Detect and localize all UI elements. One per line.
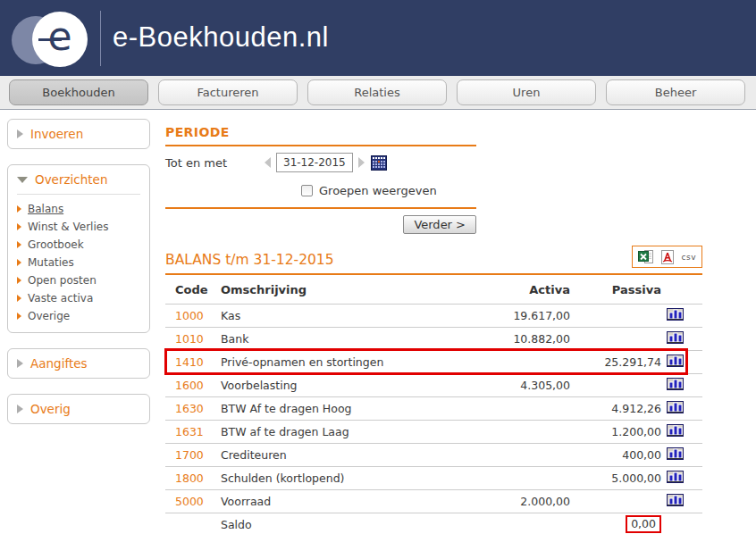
passiva-value: 1.200,00 [570, 425, 661, 438]
account-name: Schulden (kortlopend) [221, 471, 463, 485]
sidebar-item-aangiftes[interactable]: Aangiftes [17, 356, 140, 371]
account-code-link[interactable]: 1630 [175, 402, 204, 415]
sidebar: Invoeren Overzichten Balans Winst & Verl… [7, 119, 150, 534]
verder-button[interactable]: Verder > [403, 215, 476, 234]
previous-date-arrow[interactable] [265, 157, 271, 168]
sidebar-item-invoeren[interactable]: Invoeren [17, 127, 140, 141]
subitem-label: Open posten [28, 274, 97, 287]
account-code-link[interactable]: 1010 [175, 332, 204, 346]
account-code-link[interactable]: 5000 [175, 495, 204, 508]
subitem-label: Grootboek [28, 238, 84, 251]
chevron-right-icon [17, 313, 21, 320]
passiva-value: 5.000,00 [570, 471, 661, 485]
calendar-icon[interactable] [371, 155, 387, 171]
tab-uren[interactable]: Uren [457, 79, 596, 105]
sidebar-item-winst-verlies[interactable]: Winst & Verlies [17, 218, 140, 236]
column-header-code: Code [165, 283, 221, 296]
account-name: Voorbelasting [221, 379, 463, 392]
account-code-link[interactable]: 1700 [175, 448, 204, 462]
account-name: Crediteuren [221, 448, 463, 462]
saldo-label: Saldo [221, 518, 463, 531]
subitem-label: Mutaties [28, 256, 74, 269]
table-row: 1600 Voorbelasting 4.305,00 [165, 374, 702, 397]
account-code-link[interactable]: 1631 [175, 425, 204, 438]
chevron-right-icon [17, 359, 23, 368]
panel-label: Overig [30, 402, 71, 416]
passiva-value: 25.291,74 [570, 355, 661, 369]
panel-divider [17, 194, 140, 195]
pdf-export-icon[interactable] [660, 250, 675, 264]
tab-beheer[interactable]: Beheer [606, 79, 745, 105]
app-logo: e [12, 12, 101, 69]
sidebar-item-balans[interactable]: Balans [17, 200, 140, 218]
logo-letter: e [47, 13, 71, 59]
sidebar-item-grootboek[interactable]: Grootboek [17, 236, 140, 254]
account-code-link[interactable]: 1410 [175, 355, 204, 369]
subitem-label: Overige [28, 310, 70, 322]
subitem-label: Winst & Verlies [28, 221, 108, 233]
date-input[interactable] [276, 153, 353, 172]
panel-label: Invoeren [30, 127, 83, 141]
column-header-passiva: Passiva [570, 283, 661, 296]
account-name: Voorraad [221, 495, 463, 508]
logo-e-icon: e [32, 12, 88, 67]
panel-label: Aangiftes [30, 356, 88, 371]
sidebar-panel-overig: Overig [7, 394, 150, 424]
saldo-row: Saldo 0,00 [165, 513, 702, 534]
csv-export-button[interactable]: csv [682, 253, 696, 262]
tab-factureren[interactable]: Factureren [158, 79, 298, 105]
bar-chart-icon[interactable] [667, 424, 684, 437]
table-row-highlighted: 1410 Privé-opnamen en stortingen 25.291,… [165, 351, 702, 374]
account-name: Privé-opnamen en stortingen [221, 355, 463, 369]
tab-relaties[interactable]: Relaties [307, 79, 447, 105]
logo-crossbar [38, 38, 62, 41]
bar-chart-icon[interactable] [667, 308, 684, 321]
chevron-down-icon [17, 177, 28, 183]
bar-chart-icon[interactable] [667, 378, 684, 390]
balans-section: BALANS t/m 31-12-2015 [165, 246, 702, 534]
groepen-checkbox-label: Groepen weergeven [319, 184, 437, 197]
date-label: Tot en met [165, 156, 265, 170]
tab-boekhouden[interactable]: Boekhouden [9, 79, 148, 105]
column-header-activa: Activa [463, 283, 570, 296]
chevron-right-icon [17, 129, 23, 138]
account-name: BTW Af te dragen Hoog [221, 402, 463, 415]
table-row: 5000 Voorraad 2.000,00 [165, 490, 702, 513]
sidebar-item-open-posten[interactable]: Open posten [17, 271, 140, 289]
app-header: e e-Boekhouden.nl [0, 0, 756, 76]
excel-export-icon[interactable] [638, 250, 653, 264]
chevron-right-icon [17, 205, 21, 213]
saldo-value-highlighted: 0,00 [626, 515, 661, 533]
activa-value: 2.000,00 [463, 495, 570, 508]
sidebar-item-overige[interactable]: Overige [17, 307, 140, 325]
sidebar-item-mutaties[interactable]: Mutaties [17, 254, 140, 271]
activa-value: 19.617,00 [463, 309, 570, 322]
account-code-link[interactable]: 1600 [175, 379, 204, 392]
table-row: 1631 BTW af te dragen Laag 1.200,00 [165, 421, 702, 444]
bar-chart-icon[interactable] [667, 471, 684, 483]
activa-value: 10.882,00 [463, 332, 570, 346]
sidebar-item-overzichten[interactable]: Overzichten [17, 172, 140, 187]
bar-chart-icon[interactable] [667, 355, 684, 367]
bar-chart-icon[interactable] [667, 494, 684, 506]
bar-chart-icon[interactable] [667, 447, 684, 460]
subitem-label: Balans [28, 203, 63, 215]
account-code-link[interactable]: 1800 [175, 471, 204, 485]
chevron-right-icon [17, 223, 21, 230]
brand-title: e-Boekhouden.nl [113, 21, 329, 54]
account-code-link[interactable]: 1000 [175, 309, 204, 322]
export-toolbar: csv [632, 246, 702, 268]
passiva-value: 400,00 [570, 448, 661, 462]
groepen-checkbox[interactable] [301, 185, 313, 196]
bar-chart-icon[interactable] [667, 331, 684, 344]
bar-chart-icon[interactable] [667, 401, 684, 413]
column-header-omschrijving: Omschrijving [221, 283, 463, 296]
sidebar-item-overig[interactable]: Overig [17, 402, 140, 416]
sidebar-item-vaste-activa[interactable]: Vaste activa [17, 289, 140, 307]
periode-section: PERIODE Tot en met [165, 125, 476, 234]
subitem-label: Vaste activa [28, 292, 93, 305]
chevron-right-icon [17, 277, 21, 284]
next-date-arrow[interactable] [358, 157, 365, 168]
sidebar-panel-invoeren: Invoeren [7, 119, 150, 149]
table-row: 1800 Schulden (kortlopend) 5.000,00 [165, 467, 702, 490]
